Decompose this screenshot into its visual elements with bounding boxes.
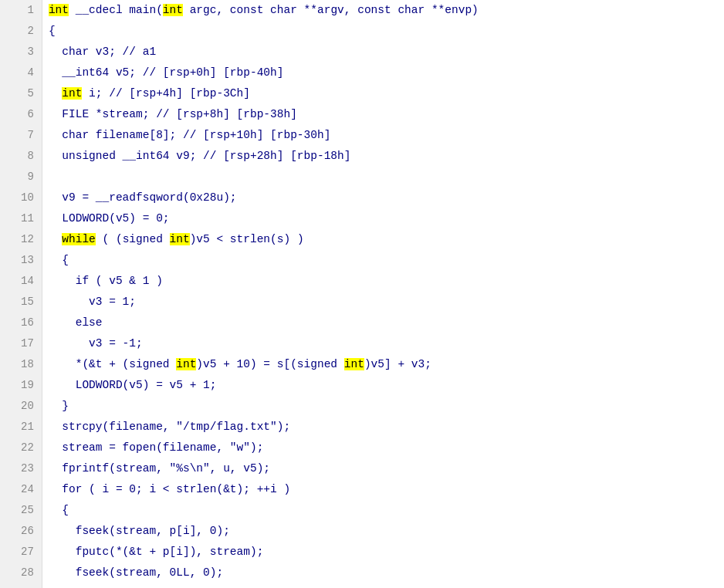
table-row: 29 fprintf(stream, "%s\n", u); xyxy=(0,583,724,588)
code-token: *(&t + (signed xyxy=(49,358,176,370)
line-number: 12 xyxy=(0,229,42,250)
code-token: FILE *stream; // [rsp+8h] [rbp-38h] xyxy=(49,108,297,120)
code-token: if ( v5 & 1 ) xyxy=(49,275,163,287)
code-token: )v5] + v3; xyxy=(364,358,431,370)
code-token: { xyxy=(49,504,69,516)
line-number: 16 xyxy=(0,313,42,333)
line-number: 27 xyxy=(0,542,42,563)
highlighted-keyword: int xyxy=(170,233,190,245)
table-row: 9 xyxy=(0,167,724,188)
table-row: 26 fseek(stream, p[i], 0); xyxy=(0,521,724,542)
highlighted-keyword: int xyxy=(62,87,82,100)
line-number: 15 xyxy=(0,292,42,313)
line-number: 18 xyxy=(0,354,42,375)
table-row: 20 } xyxy=(0,396,724,417)
line-number: 25 xyxy=(0,500,42,521)
line-number: 14 xyxy=(0,271,42,292)
table-row: 1int __cdecl main(int argc, const char *… xyxy=(0,0,724,21)
highlighted-keyword: int xyxy=(163,4,183,16)
code-token: unsigned __int64 v9; // [rsp+28h] [rbp-1… xyxy=(49,150,351,162)
code-token: v3 = 1; xyxy=(49,296,136,308)
code-token: __cdecl main( xyxy=(69,4,163,16)
code-token: ( (signed xyxy=(96,233,170,245)
line-content: { xyxy=(42,21,724,42)
code-token: { xyxy=(49,254,69,266)
table-row: 27 fputc(*(&t + p[i]), stream); xyxy=(0,542,724,563)
code-token: v9 = __readfsqword(0x28u); xyxy=(49,191,237,204)
line-content: __int64 v5; // [rsp+0h] [rbp-40h] xyxy=(42,63,724,83)
code-token: argc, const char **argv, const char **en… xyxy=(183,4,479,16)
code-token: LODWORD(v5) = v5 + 1; xyxy=(49,379,217,391)
table-row: 8 unsigned __int64 v9; // [rsp+28h] [rbp… xyxy=(0,146,724,167)
line-content: *(&t + (signed int)v5 + 10) = s[(signed … xyxy=(42,354,724,375)
code-token: strcpy(filename, "/tmp/flag.txt"); xyxy=(49,421,290,433)
line-content: } xyxy=(42,396,724,417)
table-row: 6 FILE *stream; // [rsp+8h] [rbp-38h] xyxy=(0,104,724,125)
table-row: 3 char v3; // a1 xyxy=(0,42,724,63)
line-content xyxy=(42,167,724,188)
table-row: 10 v9 = __readfsqword(0x28u); xyxy=(0,188,724,208)
line-number: 22 xyxy=(0,438,42,458)
line-number: 10 xyxy=(0,188,42,208)
code-token: )v5 + 10) = s[(signed xyxy=(196,358,343,370)
line-content: fseek(stream, 0LL, 0); xyxy=(42,563,724,583)
line-number: 19 xyxy=(0,375,42,396)
table-row: 12 while ( (signed int)v5 < strlen(s) ) xyxy=(0,229,724,250)
line-number: 13 xyxy=(0,250,42,271)
code-token: v3 = -1; xyxy=(49,337,143,350)
table-row: 19 LODWORD(v5) = v5 + 1; xyxy=(0,375,724,396)
code-token: fputc(*(&t + p[i]), stream); xyxy=(49,546,263,558)
line-content: strcpy(filename, "/tmp/flag.txt"); xyxy=(42,417,724,438)
line-content: else xyxy=(42,313,724,333)
line-content: v3 = 1; xyxy=(42,292,724,313)
line-number: 29 xyxy=(0,583,42,588)
highlighted-keyword: int xyxy=(176,358,196,370)
code-token: stream = fopen(filename, "w"); xyxy=(49,441,263,454)
table-row: 13 { xyxy=(0,250,724,271)
table-row: 17 v3 = -1; xyxy=(0,333,724,354)
code-token: __int64 v5; // [rsp+0h] [rbp-40h] xyxy=(49,66,284,79)
line-number: 11 xyxy=(0,208,42,229)
table-row: 24 for ( i = 0; i < strlen(&t); ++i ) xyxy=(0,479,724,500)
line-number: 3 xyxy=(0,42,42,63)
code-token: )v5 < strlen(s) ) xyxy=(190,233,304,245)
code-token: { xyxy=(49,25,56,37)
line-content: for ( i = 0; i < strlen(&t); ++i ) xyxy=(42,479,724,500)
line-number: 5 xyxy=(0,83,42,104)
code-token: for ( i = 0; i < strlen(&t); ++i ) xyxy=(49,483,290,495)
line-content: FILE *stream; // [rsp+8h] [rbp-38h] xyxy=(42,104,724,125)
code-token: char filename[8]; // [rsp+10h] [rbp-30h] xyxy=(49,129,330,141)
line-content: v3 = -1; xyxy=(42,333,724,354)
line-number: 4 xyxy=(0,63,42,83)
code-token: } xyxy=(49,400,69,412)
table-row: 21 strcpy(filename, "/tmp/flag.txt"); xyxy=(0,417,724,438)
line-content: unsigned __int64 v9; // [rsp+28h] [rbp-1… xyxy=(42,146,724,167)
line-number: 8 xyxy=(0,146,42,167)
line-content: fseek(stream, p[i], 0); xyxy=(42,521,724,542)
line-content: char v3; // a1 xyxy=(42,42,724,63)
line-content: { xyxy=(42,250,724,271)
code-token: char v3; // a1 xyxy=(49,46,156,58)
line-number: 7 xyxy=(0,125,42,146)
line-number: 28 xyxy=(0,563,42,583)
line-content: char filename[8]; // [rsp+10h] [rbp-30h] xyxy=(42,125,724,146)
line-number: 1 xyxy=(0,0,42,21)
line-content: if ( v5 & 1 ) xyxy=(42,271,724,292)
code-token: else xyxy=(49,316,103,329)
line-content: { xyxy=(42,500,724,521)
table-row: 5 int i; // [rsp+4h] [rbp-3Ch] xyxy=(0,83,724,104)
code-token: i; // [rsp+4h] [rbp-3Ch] xyxy=(82,87,250,100)
line-content: LODWORD(v5) = v5 + 1; xyxy=(42,375,724,396)
code-token: fprintf(stream, "%s\n", u, v5); xyxy=(49,462,270,475)
line-number: 17 xyxy=(0,333,42,354)
code-token: fseek(stream, p[i], 0); xyxy=(49,525,230,537)
table-row: 14 if ( v5 & 1 ) xyxy=(0,271,724,292)
table-row: 16 else xyxy=(0,313,724,333)
table-row: 7 char filename[8]; // [rsp+10h] [rbp-30… xyxy=(0,125,724,146)
code-container: 1int __cdecl main(int argc, const char *… xyxy=(0,0,724,588)
line-content: int i; // [rsp+4h] [rbp-3Ch] xyxy=(42,83,724,104)
code-token: fseek(stream, 0LL, 0); xyxy=(49,566,223,579)
highlighted-keyword: int xyxy=(49,4,69,16)
line-content: v9 = __readfsqword(0x28u); xyxy=(42,188,724,208)
line-number: 9 xyxy=(0,167,42,188)
